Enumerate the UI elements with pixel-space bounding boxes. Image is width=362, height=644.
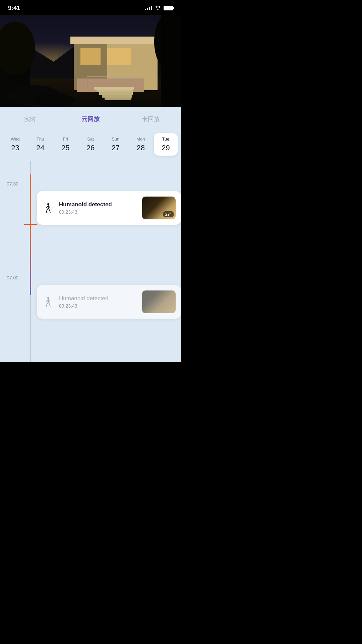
humanoid-icon-2: [42, 296, 54, 308]
event-thumbnail-1[interactable]: 27": [142, 197, 176, 219]
day-name-1: Thu: [37, 137, 44, 142]
svg-line-30: [48, 208, 50, 211]
svg-rect-11: [107, 48, 131, 65]
day-num-0: 23: [11, 144, 19, 152]
day-num-3: 26: [86, 144, 95, 152]
day-name-2: Fri: [63, 137, 68, 142]
day-num-5: 28: [136, 144, 144, 152]
event-card-1[interactable]: Humanoid detected 09:23:43 27": [37, 191, 181, 225]
event-info-1: Humanoid detected 09:23:43: [59, 201, 137, 215]
timeline-container[interactable]: 07:30 07:00 06:30 Humanoid detected 09:2…: [0, 161, 181, 362]
calendar-day-24[interactable]: Thu 24: [28, 133, 52, 156]
svg-line-39: [46, 305, 47, 307]
event-time-1: 09:23:43: [59, 209, 137, 215]
svg-rect-14: [97, 90, 133, 92]
tabs-container: 实时 云回放 卡回放: [0, 107, 181, 130]
humanoid-icon-1: [42, 202, 54, 214]
event-thumbnail-2[interactable]: [142, 290, 176, 313]
calendar-day-28[interactable]: Mon 28: [129, 133, 153, 156]
day-num-4: 27: [112, 144, 120, 152]
svg-point-24: [34, 94, 74, 107]
svg-line-31: [46, 211, 47, 213]
tab-card[interactable]: 卡回放: [121, 114, 181, 124]
day-name-4: Sun: [112, 137, 119, 142]
svg-rect-16: [102, 95, 132, 98]
time-label-0730: 07:30: [7, 181, 18, 186]
event-info-2: Humanoid detected 09:23:43: [59, 295, 137, 309]
svg-line-29: [47, 208, 48, 211]
day-name-5: Mon: [136, 137, 145, 142]
duration-badge-1: 27": [163, 211, 174, 217]
calendar-day-26[interactable]: Sat 26: [79, 133, 103, 156]
event-time-2: 09:23:43: [59, 303, 137, 309]
svg-line-38: [48, 302, 50, 305]
svg-line-32: [50, 211, 50, 213]
status-time: 9:41: [8, 5, 20, 12]
calendar-container: Wed 23 Thu 24 Fri 25 Sat 26 Sun 27 Mon 2…: [0, 130, 181, 161]
time-label-0700: 07:00: [7, 275, 18, 280]
calendar-row: Wed 23 Thu 24 Fri 25 Sat 26 Sun 27 Mon 2…: [3, 133, 178, 156]
timeline-color-bar: [30, 174, 31, 295]
timeline-crosshair: [24, 218, 37, 231]
status-bar: 9:41: [0, 0, 181, 15]
day-name-6: Tue: [162, 137, 170, 142]
battery-icon: [164, 6, 173, 10]
day-name-3: Sat: [87, 137, 94, 142]
svg-line-37: [47, 302, 48, 305]
day-num-2: 25: [61, 144, 69, 152]
svg-rect-17: [105, 98, 131, 100]
calendar-day-27[interactable]: Sun 27: [104, 133, 127, 156]
svg-rect-22: [161, 15, 181, 107]
svg-line-40: [50, 305, 50, 307]
calendar-day-29[interactable]: Tue 29: [154, 133, 178, 156]
event-title-2: Humanoid detected: [59, 295, 137, 302]
signal-icon: [145, 6, 152, 10]
day-num-1: 24: [36, 144, 44, 152]
svg-rect-15: [99, 92, 133, 95]
event-card-2[interactable]: Humanoid detected 09:23:43: [37, 285, 181, 319]
wifi-icon: [155, 5, 161, 11]
svg-rect-9: [70, 37, 161, 44]
hero-image: [0, 15, 181, 107]
calendar-day-23[interactable]: Wed 23: [3, 133, 27, 156]
event-title-1: Humanoid detected: [59, 201, 137, 208]
tab-realtime[interactable]: 实时: [0, 114, 60, 124]
calendar-day-25[interactable]: Fri 25: [54, 133, 77, 156]
svg-rect-10: [80, 48, 101, 65]
tab-cloud[interactable]: 云回放: [60, 114, 121, 124]
status-icons: [145, 5, 173, 11]
tabs: 实时 云回放 卡回放: [0, 114, 181, 124]
day-name-0: Wed: [11, 137, 20, 142]
day-num-6: 29: [162, 144, 170, 152]
svg-rect-13: [94, 87, 134, 90]
